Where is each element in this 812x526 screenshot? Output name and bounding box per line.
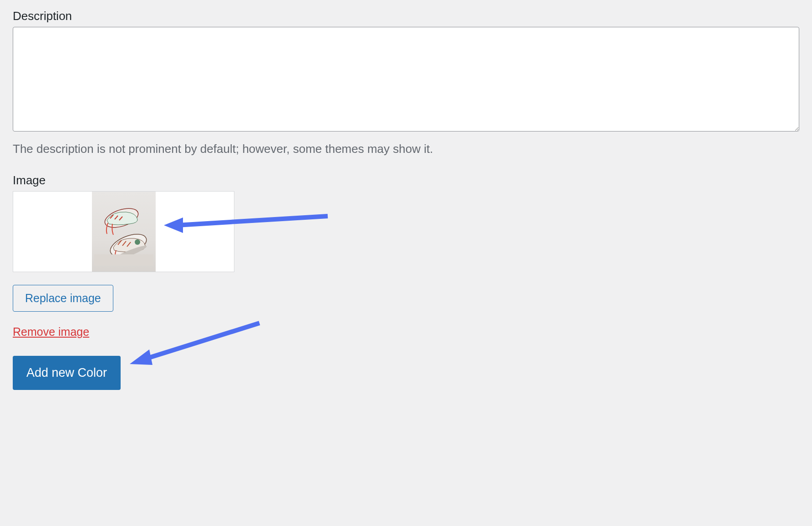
svg-rect-4 <box>94 254 153 266</box>
add-new-color-button[interactable]: Add new Color <box>13 356 121 390</box>
image-field: Image Replace image Remove image <box>13 173 799 390</box>
description-input[interactable] <box>13 27 799 132</box>
description-help-text: The description is not prominent by defa… <box>13 141 799 157</box>
image-preview[interactable] <box>13 191 234 272</box>
sneaker-icon <box>94 197 153 266</box>
image-label: Image <box>13 173 799 187</box>
remove-image-link[interactable]: Remove image <box>13 325 89 339</box>
description-field: Description The description is not promi… <box>13 9 799 157</box>
replace-image-button[interactable]: Replace image <box>13 285 113 312</box>
image-thumbnail <box>92 192 156 272</box>
description-label: Description <box>13 9 799 23</box>
svg-point-2 <box>135 239 140 245</box>
